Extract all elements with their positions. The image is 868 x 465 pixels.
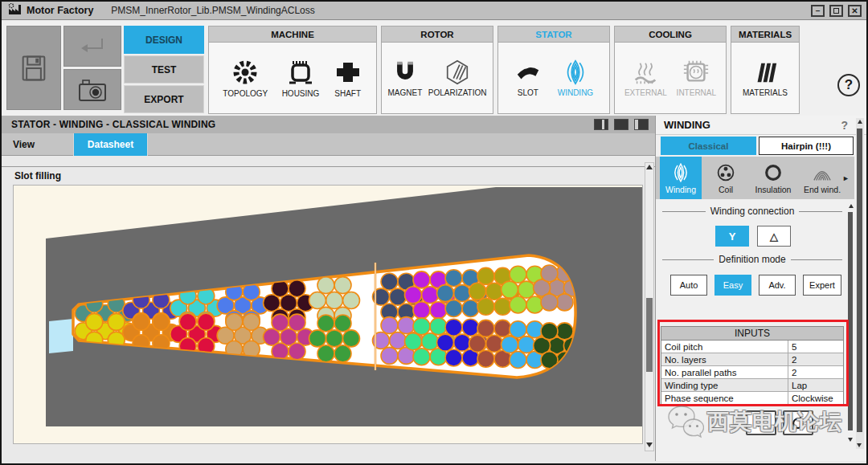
save-button[interactable] <box>6 26 61 110</box>
tool-coil[interactable]: Coil <box>705 157 747 199</box>
ribbon-item-label: MATERIALS <box>743 88 788 97</box>
tool-insulation[interactable]: Insulation <box>748 157 798 199</box>
delta-connection-button[interactable]: △ <box>757 226 791 247</box>
winding-settings: Winding connection Y △ Definition mode A… <box>656 199 847 451</box>
scroll-up-icon[interactable] <box>858 120 862 124</box>
maximize-button[interactable] <box>829 5 843 17</box>
scroll-up-icon[interactable] <box>849 204 854 208</box>
group-cooling: COOLING EXTERNAL INTERNAL <box>614 26 727 114</box>
refresh-button[interactable] <box>783 410 813 435</box>
app-title: Motor Factory <box>27 5 93 16</box>
ribbon-item-label: MAGNET <box>388 88 423 97</box>
panel-scrollbar[interactable] <box>856 118 864 449</box>
mode-easy-button[interactable]: Easy <box>714 275 751 296</box>
polarization-icon <box>444 59 471 86</box>
winding-connection-divider: Winding connection <box>662 206 842 217</box>
mode-auto-button[interactable]: Auto <box>670 275 707 296</box>
tab-datasheet[interactable]: Datasheet <box>74 133 148 156</box>
table-row: Phase sequence Clockwise <box>661 392 843 405</box>
ribbon-item-magnet[interactable]: MAGNET <box>388 59 423 97</box>
external-cooling-icon <box>632 59 659 86</box>
ribbon-item-slot[interactable]: SLOT <box>514 59 542 97</box>
ribbon-item-label: TOPOLOGY <box>223 89 268 98</box>
main-scrollbar-thumb[interactable] <box>646 298 653 372</box>
input-value[interactable]: Lap <box>788 379 843 391</box>
input-value[interactable]: Clockwise <box>788 392 843 405</box>
snapshot-button[interactable] <box>63 69 121 110</box>
star-connection-button[interactable]: Y <box>715 226 749 247</box>
ribbon-item-label: SLOT <box>518 88 538 97</box>
ribbon-item-materials[interactable]: MATERIALS <box>743 59 788 97</box>
tool-winding[interactable]: Winding <box>660 157 702 199</box>
ribbon-item-winding[interactable]: WINDING <box>558 59 593 97</box>
group-rotor-title: ROTOR <box>382 27 493 43</box>
ribbon-item-label: WINDING <box>558 88 593 97</box>
layout-right-icon[interactable] <box>634 119 649 130</box>
ribbon-item-label: INTERNAL <box>677 88 716 97</box>
tool-label: Insulation <box>755 185 792 194</box>
input-label: Phase sequence <box>661 392 788 405</box>
nav-design-button[interactable]: DESIGN <box>124 26 204 54</box>
group-materials-title: MATERIALS <box>731 27 799 43</box>
group-machine: MACHINE TOPOLOGY HOUSING SHAFT <box>208 26 377 114</box>
validate-button[interactable]: ✓ <box>746 410 776 435</box>
main-scrollbar[interactable] <box>645 162 654 451</box>
layout-single-icon[interactable] <box>614 119 628 130</box>
end-winding-icon <box>812 162 833 183</box>
mode-expert-button[interactable]: Expert <box>803 275 841 296</box>
coil-icon <box>715 162 736 183</box>
document-title: PMSM_InnerRotor_Lib.PMSM_WindingACLoss <box>111 5 314 16</box>
ribbon-item-label: SHAFT <box>334 89 361 98</box>
insulation-icon <box>763 162 784 183</box>
scroll-up-icon[interactable] <box>646 165 653 169</box>
more-tools-icon[interactable]: ► <box>842 174 850 182</box>
content-header-title: STATOR - WINDING - CLASSICAL WINDING <box>11 119 215 130</box>
group-cooling-title: COOLING <box>615 27 726 43</box>
window-controls: – ✕ <box>811 5 862 17</box>
panel-help-icon[interactable]: ? <box>841 119 848 132</box>
nav-test-button[interactable]: TEST <box>124 55 204 84</box>
input-value[interactable]: 2 <box>788 353 843 365</box>
input-value[interactable]: 5 <box>788 341 843 353</box>
close-button[interactable]: ✕ <box>848 5 862 17</box>
internal-cooling-icon <box>682 59 710 86</box>
definition-mode-divider: Definition mode <box>662 254 842 265</box>
winding-tools: Winding Coil Insulation End wind. ► <box>656 157 854 199</box>
ribbon-item-external-cooling[interactable]: EXTERNAL <box>624 59 667 97</box>
nav-export-button[interactable]: EXPORT <box>124 85 204 113</box>
table-row: No. layers 2 <box>661 353 843 366</box>
layout-split-icon[interactable] <box>594 119 608 130</box>
minimize-button[interactable]: – <box>811 5 825 17</box>
panel-title: WINDING <box>664 119 710 131</box>
ribbon-item-housing[interactable]: HOUSING <box>282 58 320 98</box>
winding-connection-label: Winding connection <box>710 206 795 217</box>
back-button[interactable] <box>63 26 121 67</box>
input-value[interactable]: 2 <box>788 366 843 378</box>
winding-panel: WINDING ? Classical Hairpin (!!!) Windin… <box>655 116 868 461</box>
tab-view[interactable]: View <box>2 133 74 156</box>
shaft-icon <box>334 58 362 87</box>
housing-icon <box>286 58 315 87</box>
winding-coil-icon <box>670 162 691 183</box>
slot-filling-canvas <box>13 185 643 444</box>
settings-scrollbar-thumb[interactable] <box>848 212 853 430</box>
mode-adv-button[interactable]: Adv. <box>759 275 796 296</box>
ribbon-item-topology[interactable]: TOPOLOGY <box>223 58 268 98</box>
inputs-table-title: INPUTS <box>661 327 843 341</box>
input-label: No. parallel paths <box>661 366 788 378</box>
panel-scrollbar-thumb[interactable] <box>857 128 862 432</box>
settings-scrollbar[interactable] <box>847 202 854 443</box>
hairpin-button[interactable]: Hairpin (!!!) <box>759 137 854 155</box>
scroll-down-icon[interactable] <box>848 438 853 442</box>
titlebar: Motor Factory PMSM_InnerRotor_Lib.PMSM_W… <box>2 2 866 20</box>
scroll-down-icon[interactable] <box>646 443 653 447</box>
classical-button[interactable]: Classical <box>661 137 756 155</box>
input-label: Coil pitch <box>661 341 788 353</box>
ribbon-item-shaft[interactable]: SHAFT <box>334 58 362 98</box>
ribbon-item-polarization[interactable]: POLARIZATION <box>428 59 487 97</box>
scroll-down-icon[interactable] <box>857 443 862 447</box>
tool-end-winding[interactable]: End wind. <box>798 157 846 199</box>
main-area: Slot filling <box>2 156 655 461</box>
help-button[interactable]: ? <box>837 74 860 96</box>
ribbon-item-internal-cooling[interactable]: INTERNAL <box>677 59 716 97</box>
